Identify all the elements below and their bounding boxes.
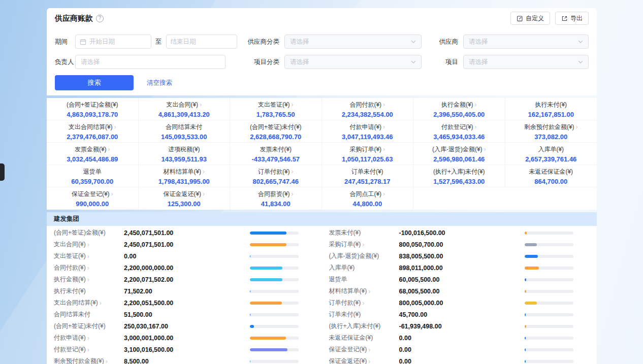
stat-value: 2,379,476,087.00 <box>47 133 138 141</box>
stat-cell[interactable]: 付款登记(¥)› 3,465,934,033.46 <box>413 120 505 143</box>
stat-cell[interactable]: 进项税额(¥)› 143,959,511.93 <box>139 143 231 165</box>
progress-fill <box>525 255 538 258</box>
detail-row[interactable]: 材料结算单(¥)› 68,005,500.00 <box>322 285 597 297</box>
chevron-right-icon: › <box>87 264 89 272</box>
detail-row[interactable]: 订单付款(¥)› 800,005,000.00 <box>322 297 597 309</box>
stat-cell[interactable]: 发票未付(¥)› -433,479,546.57 <box>230 143 322 165</box>
detail-row[interactable]: 未返还保证金(¥)› 0.00 <box>322 332 597 344</box>
stat-cell[interactable]: 材料结算单(¥)› 1,798,431,995.00 <box>139 165 231 187</box>
progress-fill <box>525 278 526 281</box>
stat-cell[interactable]: 支出合同结算(¥)› 2,379,476,087.00 <box>47 120 139 143</box>
detail-row[interactable]: 退货单› 60,005,500.00 <box>322 274 597 285</box>
detail-row-label: 退货单› <box>329 275 399 284</box>
start-date-input[interactable] <box>75 35 151 49</box>
detail-row[interactable]: 执行未付(¥)› 71,502.00 <box>47 285 322 297</box>
stat-cell[interactable]: 合同结算未付› 145,093,533.00 <box>139 120 231 143</box>
progress-track <box>525 231 573 235</box>
stat-cell[interactable]: 退货单› 60,359,700.00 <box>47 165 139 187</box>
stat-cell[interactable]: 支出合同(¥)› 4,861,309,413.20 <box>139 98 231 120</box>
detail-row-value: 0.00 <box>399 346 525 353</box>
side-drawer-handle[interactable] <box>0 163 5 181</box>
stat-cell[interactable]: (入库-退货)金额(¥)› 2,596,980,061.46 <box>413 143 505 165</box>
stat-value: 2,596,980,061.46 <box>413 155 505 163</box>
detail-row-value: 71,502.00 <box>124 288 250 295</box>
supplier-select[interactable]: 请选择 <box>463 35 589 49</box>
stat-cell[interactable]: 合同薪资(¥)› 41,834.00 <box>230 187 322 210</box>
detail-row-value: 68,005,500.00 <box>399 288 525 295</box>
end-date-field[interactable] <box>171 38 221 45</box>
stat-cell[interactable]: 付款申请(¥)› 3,047,119,493.46 <box>322 120 414 143</box>
progress-track <box>250 302 299 305</box>
end-date-input[interactable] <box>166 35 237 49</box>
header-filter-card: 供应商账款 ? 自定义 导出 期间 至 <box>47 8 597 95</box>
stat-cell[interactable]: (执行+入库)未付(¥)› 1,527,596,433.00 <box>413 165 505 187</box>
search-button[interactable]: 搜索 <box>55 75 134 90</box>
project-select[interactable]: 请选择 <box>463 55 589 69</box>
stat-cell[interactable]: 发票金额(¥)› 3,032,454,486.89 <box>47 143 139 165</box>
stat-cell[interactable]: 执行金额(¥)› 2,396,550,405.00 <box>413 98 505 120</box>
detail-row[interactable]: 支出合同结算(¥)› 2,200,051,500.00 <box>47 297 322 309</box>
customize-button[interactable]: 自定义 <box>510 12 550 25</box>
stat-cell[interactable]: (合同+签证)金额(¥)› 4,863,093,178.70 <box>47 98 139 120</box>
detail-row[interactable]: 支出签证(¥)› 0.00 <box>47 250 322 262</box>
detail-row[interactable]: 合同付款(¥)› 2,200,000,000.00 <box>47 262 322 274</box>
detail-row[interactable]: 保证金返还(¥)› 0.00 <box>322 355 597 364</box>
help-icon[interactable]: ? <box>96 15 104 22</box>
stat-cell[interactable]: 订单未付(¥)› 247,451,278.17 <box>322 165 414 187</box>
stat-label: 采购订单(¥)› <box>322 145 413 154</box>
detail-row[interactable]: (合同+签证)未付(¥)› 250,030,167.00 <box>47 320 322 332</box>
detail-row-value: 8,500.00 <box>124 358 250 364</box>
chevron-right-icon: › <box>475 123 477 130</box>
stat-cell[interactable]: 保证金登记(¥)› 990,000.00 <box>47 187 139 210</box>
detail-row[interactable]: (执行+入库)未付(¥)› -61,939,498.00 <box>322 320 597 332</box>
stat-label: 支出合同(¥)› <box>139 101 230 109</box>
stat-value: 162,167,851.00 <box>505 110 597 119</box>
stat-cell[interactable]: 未返还保证金(¥)› 864,700.00 <box>505 165 597 187</box>
stat-cell[interactable]: 采购订单(¥)› 1,050,117,025.63 <box>322 143 414 165</box>
detail-row[interactable]: 付款申请(¥)› 3,000,001,000.00 <box>47 332 322 344</box>
chevron-right-icon: › <box>203 190 205 197</box>
progress-track <box>250 360 299 363</box>
detail-row[interactable]: 合同结算未付› 51,500.00 <box>47 309 322 320</box>
project-category-select[interactable]: 请选择 <box>284 55 422 69</box>
detail-column-left: (合同+签证)金额(¥)› 2,450,071,501.00 支出合同(¥)› … <box>47 227 322 364</box>
stat-cell[interactable]: 保证金返还(¥)› 125,300.00 <box>139 187 231 210</box>
detail-row[interactable]: 支出合同(¥)› 2,450,071,501.00 <box>47 239 322 250</box>
detail-row-value: 2,200,051,500.00 <box>124 300 250 307</box>
detail-row[interactable]: 订单未付(¥)› 45,700.00 <box>322 309 597 320</box>
stat-cell[interactable]: 订单付款(¥)› 802,665,747.46 <box>230 165 322 187</box>
stat-cell[interactable]: 剩余预付款金额(¥)› 373,082.00 <box>505 120 597 143</box>
stat-cell[interactable]: 合同点工(¥)› 44,800.00 <box>322 187 414 210</box>
start-date-field[interactable] <box>89 38 140 45</box>
progress-track <box>250 325 299 328</box>
stat-cell[interactable]: (合同+签证)未付(¥)› 2,628,668,790.70 <box>230 120 322 143</box>
chevron-right-icon: › <box>362 300 364 307</box>
stat-cell[interactable]: 执行未付(¥)› 162,167,851.00 <box>505 98 597 120</box>
detail-row[interactable]: 入库单(¥)› 898,011,000.00 <box>322 262 597 274</box>
detail-row-label: (合同+签证)未付(¥)› <box>54 322 124 330</box>
stat-cell[interactable]: 合同付款(¥)› 2,234,382,554.00 <box>322 98 414 120</box>
export-icon <box>561 15 568 22</box>
progress-track <box>250 278 299 281</box>
detail-row[interactable]: 执行金额(¥)› 2,200,071,502.00 <box>47 274 322 285</box>
export-button[interactable]: 导出 <box>555 12 589 25</box>
progress-fill <box>525 325 526 328</box>
stat-label: 付款申请(¥)› <box>322 123 413 131</box>
owner-input[interactable] <box>75 55 226 69</box>
detail-row[interactable]: 采购订单(¥)› 800,050,700.00 <box>322 239 597 250</box>
stat-cell[interactable]: 入库单(¥)› 2,657,339,761.46 <box>505 143 597 165</box>
supplier-category-select[interactable]: 请选择 <box>284 35 422 49</box>
detail-row[interactable]: 付款登记(¥)› 3,100,016,500.00 <box>47 344 322 355</box>
clear-search-link[interactable]: 清空搜索 <box>147 79 172 87</box>
detail-row-label: 执行未付(¥)› <box>54 287 124 295</box>
progress-bar <box>525 255 573 258</box>
detail-row[interactable]: 保证金登记(¥)› 0.00 <box>322 344 597 355</box>
detail-row[interactable]: (入库-退货)金额(¥)› 838,005,500.00 <box>322 250 597 262</box>
chevron-right-icon: › <box>106 358 108 364</box>
progress-bar <box>525 337 573 340</box>
stat-value: 247,451,278.17 <box>322 177 413 186</box>
detail-row[interactable]: 剩余预付款金额(¥)› 8,500.00 <box>47 355 322 364</box>
detail-row[interactable]: 发票未付(¥)› -100,016,500.00 <box>322 227 597 239</box>
detail-row[interactable]: (合同+签证)金额(¥)› 2,450,071,501.00 <box>47 227 322 239</box>
stat-cell[interactable]: 支出签证(¥)› 1,783,765.50 <box>230 98 322 120</box>
